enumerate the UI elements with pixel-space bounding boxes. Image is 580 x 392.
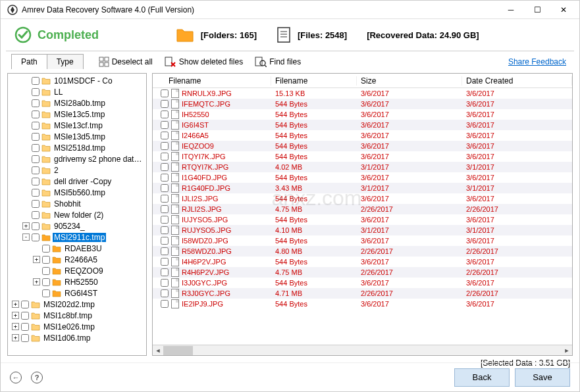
tree-checkbox[interactable] <box>21 334 29 342</box>
tree-item[interactable]: LL <box>8 86 146 97</box>
tree-item[interactable]: dell driver -Copy <box>8 176 146 187</box>
save-button[interactable]: Save <box>515 368 570 387</box>
tree-item[interactable]: MSI28a0b.tmp <box>8 97 146 109</box>
tree-checkbox[interactable] <box>42 256 50 264</box>
file-checkbox[interactable] <box>161 174 169 182</box>
col-size[interactable]: Size <box>357 76 462 86</box>
file-checkbox[interactable] <box>161 184 169 192</box>
deselect-all-button[interactable]: Deselect all <box>99 57 153 67</box>
file-checkbox[interactable] <box>161 226 169 234</box>
file-checkbox[interactable] <box>161 289 169 297</box>
file-hscrollbar[interactable]: ◄► <box>153 345 572 355</box>
tree-checkbox[interactable] <box>32 133 40 141</box>
tree-expander-icon[interactable]: + <box>33 278 40 285</box>
tab-path[interactable]: Path <box>11 54 47 69</box>
tree-checkbox[interactable] <box>21 312 29 320</box>
tree-expander-icon[interactable]: + <box>12 323 19 330</box>
file-row[interactable]: IEQZOO9544 Bytes3/6/20173/6/2017 <box>153 141 572 151</box>
file-checkbox[interactable] <box>161 195 169 203</box>
help-icon[interactable]: ? <box>31 372 43 383</box>
file-checkbox[interactable] <box>161 132 169 139</box>
tree-hscrollbar[interactable]: ◄► <box>8 355 146 356</box>
tree-checkbox[interactable] <box>32 122 40 130</box>
tree-checkbox[interactable] <box>32 99 40 107</box>
file-checkbox[interactable] <box>161 110 169 118</box>
tab-type[interactable]: Type <box>47 54 84 69</box>
file-row[interactable]: I58WDZ0.JPG544 Bytes3/6/20173/6/2017 <box>153 235 572 246</box>
tree-item[interactable]: MSIe13d5.tmp <box>8 131 146 142</box>
tree-checkbox[interactable] <box>42 245 50 253</box>
file-row[interactable]: RNRULX9.JPG15.13 KB3/6/20173/6/2017 <box>153 88 572 99</box>
tree-checkbox[interactable] <box>32 144 40 152</box>
tree-item[interactable]: gdrivemy s2 phone datatestmy <box>8 153 146 164</box>
minimize-button[interactable]: ─ <box>498 1 524 19</box>
tree-item[interactable]: +MSI1d06.tmp <box>8 332 146 343</box>
tree-item[interactable]: +R2466A5 <box>8 254 146 265</box>
folder-tree[interactable]: 101MSDCF - CoLLMSI28a0b.tmpMSIe13c5.tmpM… <box>8 74 146 355</box>
back-help-icon[interactable]: ← <box>10 372 22 383</box>
tree-checkbox[interactable] <box>32 77 40 85</box>
file-row[interactable]: RTQYI7K.JPG4.02 MB3/1/20173/1/2017 <box>153 162 572 172</box>
file-checkbox[interactable] <box>161 216 169 224</box>
tree-expander-icon[interactable]: + <box>12 334 19 341</box>
file-row[interactable]: IH52550544 Bytes3/6/20173/6/2017 <box>153 109 572 120</box>
tree-checkbox[interactable] <box>32 211 40 219</box>
maximize-button[interactable]: ☐ <box>524 1 550 19</box>
tree-checkbox[interactable] <box>42 278 50 286</box>
file-row[interactable]: I3J0GYC.JPG544 Bytes3/6/20173/6/2017 <box>153 278 572 288</box>
tree-checkbox[interactable] <box>32 222 40 230</box>
tree-expander-icon[interactable]: + <box>12 312 19 319</box>
file-row[interactable]: IJLI2S.JPG544 Bytes3/6/20173/6/2017 <box>153 193 572 204</box>
tree-expander-icon[interactable]: + <box>22 222 30 230</box>
file-checkbox[interactable] <box>161 279 169 287</box>
tree-checkbox[interactable] <box>32 166 40 174</box>
file-checkbox[interactable] <box>161 121 169 129</box>
tree-item[interactable]: RG6I4ST <box>8 287 146 299</box>
file-checkbox[interactable] <box>161 300 169 308</box>
col-date[interactable]: Date Created <box>462 76 572 86</box>
tree-checkbox[interactable] <box>32 178 40 185</box>
tree-checkbox[interactable] <box>32 233 40 241</box>
file-row[interactable]: I2466A5544 Bytes3/6/20173/6/2017 <box>153 130 572 141</box>
tree-checkbox[interactable] <box>32 88 40 96</box>
show-deleted-button[interactable]: Show deleted files <box>165 57 243 67</box>
tree-checkbox[interactable] <box>21 323 29 331</box>
tree-item[interactable]: +MSI1c8bf.tmp <box>8 310 146 321</box>
tree-item[interactable]: MSIe13cf.tmp <box>8 120 146 131</box>
col-filename[interactable]: Filename <box>153 76 271 86</box>
file-checkbox[interactable] <box>161 142 169 150</box>
tree-checkbox[interactable] <box>42 289 50 297</box>
file-checkbox[interactable] <box>161 153 169 160</box>
tree-checkbox[interactable] <box>32 200 40 208</box>
share-feedback-link[interactable]: Share Feedback <box>508 57 566 66</box>
file-row[interactable]: R3J0GYC.JPG4.71 MB2/26/20172/26/2017 <box>153 288 572 299</box>
tree-item[interactable]: +MSI202d2.tmp <box>8 299 146 310</box>
back-button[interactable]: Back <box>454 368 510 387</box>
tree-item[interactable]: +RH52550 <box>8 276 146 287</box>
tree-item[interactable]: MSI2518d.tmp <box>8 142 146 153</box>
file-row[interactable]: I4H6P2V.JPG544 Bytes3/6/20173/6/2017 <box>153 257 572 267</box>
tree-checkbox[interactable] <box>21 301 29 308</box>
file-row[interactable]: RUJYSO5.JPG4.10 MB3/1/20173/1/2017 <box>153 225 572 235</box>
file-row[interactable]: RJLI2S.JPG4.75 MB2/26/20172/26/2017 <box>153 204 572 214</box>
file-row[interactable]: IUJYSO5.JPG544 Bytes3/6/20173/6/2017 <box>153 214 572 225</box>
tree-checkbox[interactable] <box>32 189 40 197</box>
file-checkbox[interactable] <box>161 247 169 255</box>
tree-item[interactable]: MSI5b560.tmp <box>8 187 146 198</box>
file-checkbox[interactable] <box>161 205 169 213</box>
tree-item[interactable]: RDAEB3U <box>8 243 146 254</box>
file-row[interactable]: IFEMQTC.JPG544 Bytes3/6/20173/6/2017 <box>153 99 572 109</box>
file-row[interactable]: R4H6P2V.JPG4.75 MB2/26/20172/26/2017 <box>153 267 572 278</box>
tree-expander-icon[interactable]: + <box>33 256 40 263</box>
tree-item[interactable]: 101MSDCF - Co <box>8 75 146 86</box>
file-checkbox[interactable] <box>161 89 169 97</box>
file-row[interactable]: IE2IPJ9.JPG544 Bytes3/6/20173/6/2017 <box>153 299 572 309</box>
tree-item[interactable]: 2 <box>8 164 146 176</box>
file-row[interactable]: I1G40FD.JPG544 Bytes3/6/20173/6/2017 <box>153 172 572 183</box>
tree-item[interactable]: Shobhit <box>8 198 146 209</box>
tree-item[interactable]: +MSI1e026.tmp <box>8 321 146 332</box>
file-row[interactable]: IG6I4ST544 Bytes3/6/20173/6/2017 <box>153 120 572 130</box>
tree-checkbox[interactable] <box>32 110 40 118</box>
file-checkbox[interactable] <box>161 268 169 276</box>
file-checkbox[interactable] <box>161 237 169 245</box>
